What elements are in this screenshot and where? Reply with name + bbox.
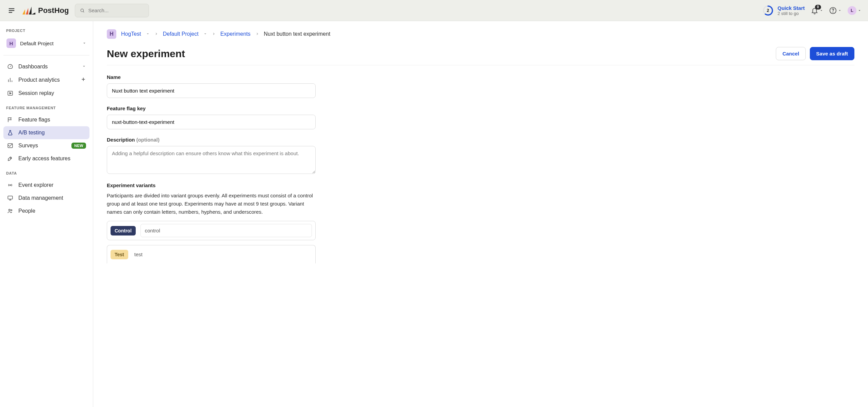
chevron-down-icon[interactable] <box>146 31 150 37</box>
flag-key-label: Feature flag key <box>107 105 316 111</box>
quick-start-widget[interactable]: 2 Quick Start 2 still to go <box>763 5 805 16</box>
progress-ring: 2 <box>763 5 773 16</box>
sidebar-item-label: Data management <box>18 195 63 201</box>
new-badge: NEW <box>71 143 86 149</box>
logo-mark-icon <box>22 6 35 15</box>
breadcrumb-org[interactable]: HogTest <box>121 31 141 37</box>
chevron-down-icon <box>858 9 861 12</box>
people-icon <box>7 208 14 214</box>
breadcrumb: H HogTest Default Project Experiments Nu… <box>107 29 854 39</box>
sidebar-item-product-analytics[interactable]: Product analytics <box>3 73 89 87</box>
variant-value-test[interactable]: test <box>133 248 312 261</box>
sidebar-item-feature-flags[interactable]: Feature flags <box>3 113 89 126</box>
project-badge: H <box>6 38 16 48</box>
svg-point-21 <box>10 158 11 158</box>
breadcrumb-section[interactable]: Experiments <box>220 31 251 37</box>
save-draft-button[interactable]: Save as draft <box>810 47 854 60</box>
sidebar-heading-project: PROJECT <box>3 29 89 36</box>
search-input[interactable] <box>88 7 144 13</box>
svg-point-12 <box>833 12 833 12</box>
sidebar-item-label: People <box>18 208 35 214</box>
variant-row-control: Control control <box>107 221 316 240</box>
sidebar-item-surveys[interactable]: Surveys NEW <box>3 139 89 152</box>
broadcast-icon <box>7 182 14 188</box>
progress-count: 2 <box>763 5 773 16</box>
project-selector[interactable]: H Default Project <box>3 36 89 50</box>
name-label: Name <box>107 74 316 80</box>
notifications-button[interactable]: 0 <box>811 7 823 14</box>
flag-key-input[interactable] <box>107 115 316 129</box>
breadcrumb-project[interactable]: Default Project <box>163 31 199 37</box>
play-square-icon <box>7 90 14 96</box>
brand-logo[interactable]: PostHog <box>22 6 69 15</box>
chevron-down-icon <box>838 9 841 12</box>
sidebar-heading-data: DATA <box>3 171 89 179</box>
svg-line-8 <box>83 11 84 12</box>
svg-point-7 <box>81 9 84 12</box>
menu-toggle-button[interactable] <box>7 6 16 15</box>
svg-point-27 <box>11 210 12 211</box>
svg-marker-3 <box>22 9 25 14</box>
divider <box>3 55 89 55</box>
notifications-badge: 0 <box>815 5 821 10</box>
bar-chart-icon <box>7 77 14 83</box>
name-input[interactable] <box>107 83 316 98</box>
cancel-button[interactable]: Cancel <box>776 47 805 60</box>
description-label: Description (optional) <box>107 137 316 143</box>
chevron-down-icon <box>82 64 86 70</box>
sidebar-item-people[interactable]: People <box>3 205 89 217</box>
sidebar-item-label: Dashboards <box>18 64 48 70</box>
svg-point-26 <box>9 209 11 211</box>
chevron-right-icon <box>154 31 158 37</box>
brand-name: PostHog <box>38 6 69 15</box>
sidebar-item-event-explorer[interactable]: Event explorer <box>3 179 89 192</box>
topbar: PostHog 2 Quick Start 2 still to go 0 <box>0 0 868 21</box>
sidebar-item-early-access[interactable]: Early access features <box>3 152 89 165</box>
account-menu[interactable]: L <box>848 6 861 15</box>
sidebar: PROJECT H Default Project Dashboards Pro… <box>0 21 93 407</box>
monitor-icon <box>7 195 14 201</box>
sidebar-item-label: A/B testing <box>18 130 45 136</box>
sidebar-item-label: Event explorer <box>18 182 53 188</box>
plus-icon[interactable] <box>81 77 86 83</box>
flag-icon <box>7 117 14 123</box>
variant-row-test: Test test <box>107 245 316 263</box>
breadcrumb-org-badge: H <box>107 29 116 39</box>
flask-icon <box>7 130 14 136</box>
chevron-right-icon <box>255 31 259 37</box>
chevron-right-icon <box>212 31 216 37</box>
svg-marker-6 <box>32 12 35 14</box>
chevron-down-icon[interactable] <box>203 31 207 37</box>
project-name: Default Project <box>20 40 53 46</box>
sidebar-item-dashboards[interactable]: Dashboards <box>3 60 89 73</box>
svg-rect-23 <box>8 196 13 199</box>
sidebar-item-session-replay[interactable]: Session replay <box>3 87 89 100</box>
gauge-icon <box>7 64 14 70</box>
page-title: New experiment <box>107 48 185 60</box>
variant-chip-control: Control <box>111 226 136 235</box>
avatar: L <box>848 6 856 15</box>
sidebar-item-ab-testing[interactable]: A/B testing <box>3 126 89 139</box>
sidebar-item-label: Early access features <box>18 156 70 162</box>
quick-start-subtitle: 2 still to go <box>778 11 805 16</box>
chevron-down-icon <box>82 40 86 46</box>
hamburger-icon <box>8 7 15 14</box>
survey-icon <box>7 143 14 149</box>
sidebar-item-data-management[interactable]: Data management <box>3 192 89 205</box>
svg-point-22 <box>10 185 11 186</box>
search-icon <box>80 8 85 13</box>
quick-start-title: Quick Start <box>778 5 805 11</box>
sidebar-heading-feature: FEATURE MANAGEMENT <box>3 106 89 113</box>
breadcrumb-current: Nuxt button text experiment <box>264 31 331 37</box>
variant-value-control[interactable]: control <box>140 224 312 237</box>
help-button[interactable] <box>829 7 841 14</box>
svg-marker-19 <box>10 93 12 94</box>
sidebar-item-label: Session replay <box>18 90 54 96</box>
chevron-down-icon <box>820 9 823 12</box>
help-icon <box>829 7 837 14</box>
sidebar-item-label: Product analytics <box>18 77 60 83</box>
global-search[interactable] <box>75 4 149 17</box>
variant-chip-test: Test <box>111 250 128 259</box>
description-textarea[interactable] <box>107 146 316 174</box>
svg-marker-4 <box>26 8 29 14</box>
